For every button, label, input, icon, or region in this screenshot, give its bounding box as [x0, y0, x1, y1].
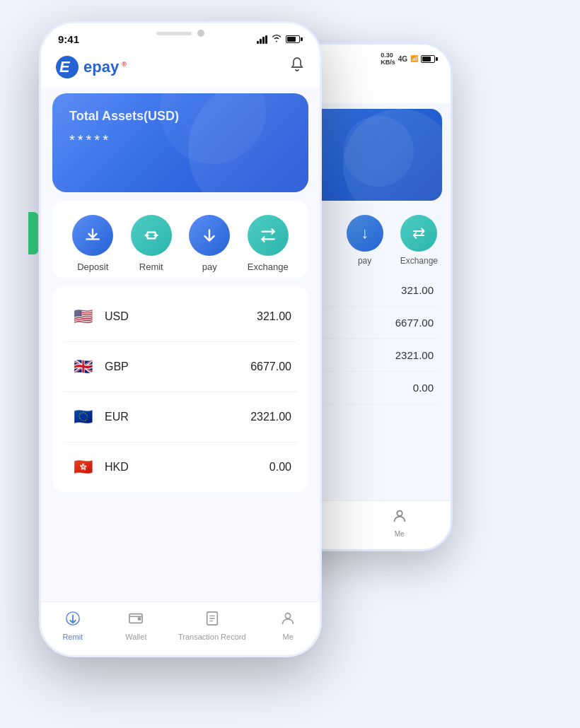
usd-name: USD — [105, 310, 129, 323]
pay-label: pay — [202, 262, 217, 272]
back-eur-amount: 2321.00 — [395, 349, 434, 361]
eur-flag-icon: 🇪🇺 — [69, 404, 96, 430]
usd-left: 🇺🇸 USD — [69, 303, 129, 330]
notification-bell-icon[interactable] — [289, 57, 306, 78]
remit-label: Remit — [139, 262, 163, 272]
side-button[interactable] — [28, 212, 38, 254]
back-exchange-icon: ⇄ — [400, 215, 437, 252]
front-transaction-nav-icon — [204, 611, 220, 630]
epay-e-logo-icon: E — [55, 55, 79, 79]
hkd-flag-icon: 🇭🇰 — [69, 454, 96, 481]
front-me-nav-icon — [280, 611, 296, 630]
back-me-label: Me — [395, 530, 405, 538]
back-me-icon — [392, 508, 407, 527]
front-remit-button[interactable]: Remit — [131, 215, 172, 272]
back-pay-label: pay — [358, 256, 371, 266]
front-nav-remit[interactable]: Remit — [52, 611, 94, 641]
hkd-left: 🇭🇰 HKD — [69, 454, 129, 481]
back-exchange-button[interactable]: ⇄ Exchange — [400, 215, 438, 266]
usd-amount: 321.00 — [257, 310, 291, 323]
signal-bars-icon — [257, 35, 267, 44]
front-notch — [138, 23, 223, 43]
front-currency-usd[interactable]: 🇺🇸 USD 321.00 — [64, 292, 297, 342]
front-battery-icon — [286, 35, 303, 43]
front-currency-gbp[interactable]: 🇬🇧 GBP 6677.00 — [64, 342, 297, 392]
hkd-name: HKD — [105, 461, 129, 474]
front-currency-hkd[interactable]: 🇭🇰 HKD 0.00 — [64, 442, 297, 492]
back-battery-icon — [421, 55, 438, 63]
back-network: 4G — [398, 55, 407, 63]
front-me-nav-label: Me — [283, 633, 294, 641]
hkd-amount: 0.00 — [269, 461, 291, 474]
front-wallet-nav-label: Wallet — [125, 633, 146, 641]
gbp-left: 🇬🇧 GBP — [69, 353, 129, 380]
gbp-name: GBP — [105, 360, 129, 373]
svg-text:E: E — [59, 58, 71, 76]
epay-logo: E epay ® — [55, 55, 127, 79]
card-amount: ***** — [69, 132, 291, 148]
front-remit-nav-label: Remit — [62, 633, 83, 641]
epay-registered-icon: ® — [122, 61, 127, 68]
usd-flag-icon: 🇺🇸 — [69, 303, 96, 330]
front-remit-nav-icon — [65, 611, 81, 630]
front-asset-card[interactable]: Total Assets(USD) ***** — [52, 93, 308, 192]
front-currency-list: 🇺🇸 USD 321.00 🇬🇧 GBP 6677.00 🇪🇺 EU — [52, 286, 308, 492]
front-deposit-button[interactable]: Deposit — [72, 215, 113, 272]
front-exchange-button[interactable]: Exchange — [248, 215, 289, 272]
epay-brand-text: epay — [83, 58, 119, 76]
svg-point-15 — [286, 613, 291, 618]
eur-amount: 2321.00 — [250, 411, 291, 423]
exchange-label: Exchange — [248, 262, 289, 272]
front-wallet-nav-icon — [128, 611, 144, 630]
front-nav-wallet[interactable]: Wallet — [115, 611, 157, 641]
back-exchange-label: Exchange — [400, 256, 438, 266]
back-gbp-amount: 6677.00 — [395, 317, 434, 329]
pay-icon — [189, 215, 230, 256]
speaker — [156, 32, 192, 35]
camera — [197, 30, 204, 37]
deposit-label: Deposit — [77, 262, 108, 272]
phone-front: 9:41 — [39, 21, 322, 657]
back-signal: 0.30KB/s — [381, 52, 395, 66]
eur-left: 🇪🇺 EUR — [69, 404, 129, 430]
back-hkd-amount: 0.00 — [413, 382, 434, 394]
eur-name: EUR — [105, 411, 129, 423]
back-status-right: 0.30KB/s 4G 📶 — [381, 52, 438, 66]
back-wifi-icon: 📶 — [410, 55, 418, 62]
svg-point-4 — [397, 511, 402, 516]
svg-rect-9 — [138, 617, 141, 621]
front-bottom-nav: Remit Wallet — [41, 601, 320, 655]
front-status-right — [257, 34, 303, 45]
back-nav-me[interactable]: Me — [392, 508, 407, 538]
scene: 11:09 0.30KB/s 4G 📶 E EDAV — [0, 0, 580, 728]
front-time: 9:41 — [58, 33, 79, 45]
back-pay-icon: ↓ — [347, 215, 383, 252]
remit-icon — [131, 215, 172, 256]
back-pay-button[interactable]: ↓ pay — [347, 215, 383, 266]
front-actions: Deposit Remit — [52, 201, 308, 278]
card-title: Total Assets(USD) — [69, 109, 291, 124]
front-pay-button[interactable]: pay — [189, 215, 230, 272]
exchange-icon — [248, 215, 289, 256]
front-transaction-nav-label: Transaction Record — [178, 633, 246, 641]
back-usd-amount: 321.00 — [401, 284, 434, 296]
front-nav-me[interactable]: Me — [267, 611, 309, 641]
front-currency-eur[interactable]: 🇪🇺 EUR 2321.00 — [64, 392, 297, 442]
deposit-icon — [72, 215, 113, 256]
front-header: E epay ® — [41, 49, 320, 88]
gbp-amount: 6677.00 — [250, 360, 291, 373]
gbp-flag-icon: 🇬🇧 — [69, 353, 96, 380]
front-wifi-icon — [271, 34, 282, 45]
front-nav-transaction[interactable]: Transaction Record — [178, 611, 246, 641]
